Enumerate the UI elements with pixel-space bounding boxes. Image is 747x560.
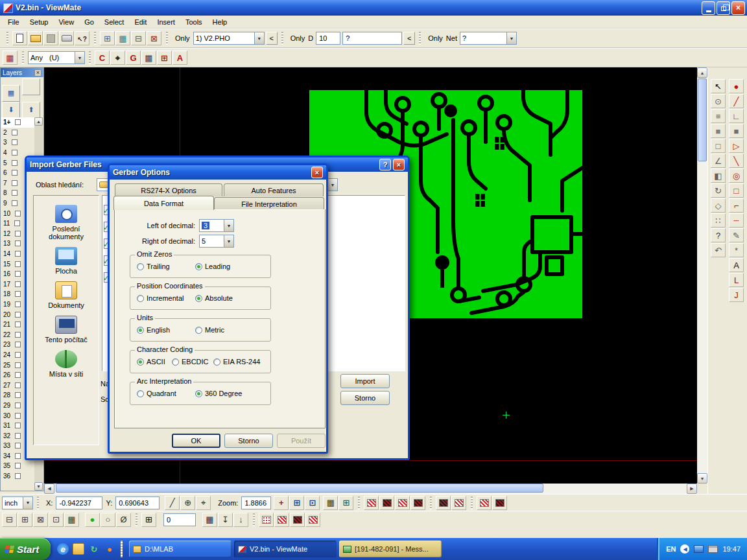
ie-quicklaunch-icon[interactable]: e [57,543,69,555]
layer-visibility-checkbox[interactable] [15,372,21,378]
radio-360-degree[interactable]: 360 Degree [195,390,243,397]
fill-pattern-icon[interactable] [274,513,289,527]
place-my-computer[interactable]: Tento počítač [36,316,96,344]
layer-visibility-checkbox[interactable] [12,130,18,135]
step-repeat-icon[interactable]: ∷ [711,213,726,228]
layer-visibility-checkbox[interactable] [12,180,18,186]
browser-quicklaunch-icon[interactable]: ● [104,543,115,555]
save-icon[interactable] [43,31,58,45]
layer-move-down-button[interactable]: ⬇ [2,102,20,119]
folder-quicklaunch-icon[interactable] [73,543,84,555]
radio-trailing[interactable]: Trailing [137,262,170,270]
help-icon[interactable]: ? [379,159,391,170]
menu-item[interactable]: Edit [129,17,152,27]
circle-tool-icon[interactable]: ◎ [729,169,744,183]
menu-item[interactable]: Setup [25,17,54,27]
place-network[interactable]: Místa v síti [36,350,96,378]
prev-layer-button[interactable]: < [266,32,278,45]
circle-probe-icon[interactable]: ○ [101,513,115,527]
chevron-down-icon[interactable]: ▼ [224,220,233,231]
prev-dcode-button[interactable]: < [403,32,415,45]
scroll-up-icon[interactable]: ▲ [697,67,707,78]
layer-table-button[interactable]: ▦ [2,85,20,102]
print-icon[interactable] [59,31,74,45]
toolbar-grip[interactable] [22,51,24,64]
chevron-down-icon[interactable]: ▼ [506,32,516,44]
layer-visibility-checkbox[interactable] [15,332,21,338]
scale-icon[interactable]: ◇ [711,198,726,213]
datum-icon[interactable]: ⌖ [196,496,211,510]
layer-row[interactable]: 36 [1,471,35,482]
units-combo[interactable]: inch ▼ [2,496,33,509]
net-combo[interactable]: ? ▼ [460,32,517,45]
text-a-tool-icon[interactable]: A [729,258,744,272]
close-icon[interactable]: × [34,69,42,76]
anchor-icon[interactable]: ↧ [218,513,233,527]
fill-pattern-icon[interactable] [305,513,320,527]
ok-button[interactable]: OK [172,434,220,448]
horizontal-scrollbar[interactable]: ◀ ▶ [44,484,697,494]
tab-auto-features[interactable]: Auto Features [224,183,324,196]
sketch-tool-icon[interactable]: ✎ [729,228,744,242]
radio-ascii[interactable]: ASCII [137,358,165,366]
undo-icon[interactable]: ↶ [711,243,726,257]
keyboard-tray-icon[interactable] [708,545,718,553]
cancel-button[interactable]: Storno [340,391,390,405]
close-icon[interactable]: × [393,159,405,170]
layer-blank-button[interactable] [22,78,40,95]
layer-stack-icon[interactable]: ≡ [711,109,726,123]
chevron-down-icon[interactable]: ▼ [254,32,264,44]
toolbar-grip[interactable] [37,496,39,509]
layer-row[interactable]: 1+ [1,117,35,128]
chevron-down-icon[interactable]: ▼ [224,235,233,247]
fill-pattern-icon[interactable] [259,513,274,527]
rotate-icon[interactable]: ↻ [711,183,726,198]
menu-item[interactable]: View [53,17,79,27]
layer-visibility-checkbox[interactable] [15,402,21,408]
layer-visibility-checkbox[interactable] [15,413,21,419]
query-icon[interactable]: ? [711,228,726,242]
radio-absolute[interactable]: Absolute [195,294,233,302]
layer-visibility-checkbox[interactable] [15,301,21,307]
radio-incremental[interactable]: Incremental [137,294,184,302]
layer-visibility-checkbox[interactable] [15,240,21,246]
toolbar-grip[interactable] [94,32,96,45]
radio-english[interactable]: English [137,326,170,334]
apply-button[interactable]: Použít [277,434,326,448]
toolbar-grip[interactable] [358,496,360,509]
dcode-pattern-icon[interactable] [492,496,507,510]
cancel-button[interactable]: Storno [224,434,273,448]
dashed-line-tool-icon[interactable]: ┄ [729,213,744,228]
layer-visibility-checkbox[interactable] [15,211,21,216]
tab-data-format[interactable]: Data Format [113,196,214,210]
left-of-decimal-combo[interactable]: 3 ▼ [199,219,234,232]
highlight-icon[interactable]: ⊙ [711,94,726,108]
toolbar-grip[interactable] [419,32,421,45]
highlight-dcode-icon[interactable]: ⊠ [147,31,161,45]
layer-visibility-checkbox[interactable] [12,160,18,166]
dcode-pattern-icon[interactable] [410,496,425,510]
dialog-titlebar[interactable]: Gerber Options × [110,165,326,180]
toolbar-grip[interactable] [471,496,473,509]
radio-eia-rs244[interactable]: EIA RS-244 [213,358,260,366]
array-icon[interactable]: ▦ [64,513,79,527]
zoom-fit-icon[interactable]: ⊡ [305,496,320,510]
step-right-icon[interactable]: ⊞ [18,513,32,527]
dcode-pattern-icon[interactable] [436,496,451,510]
net-select-icon[interactable]: ⊞ [157,51,172,65]
layer-row[interactable]: 35 [1,461,35,471]
refresh-quicklaunch-icon[interactable]: ↻ [88,543,100,555]
crosshair-select-icon[interactable]: ⌖ [110,51,125,65]
layer-visibility-checkbox[interactable] [15,362,21,368]
text-j-tool-icon[interactable]: J [729,288,744,302]
layer-visibility-checkbox[interactable] [15,453,21,459]
restore-button[interactable] [717,1,730,15]
polyline-tool-icon[interactable]: ∟ [729,109,744,123]
layer-visibility-checkbox[interactable] [12,170,18,176]
fill-mode-icon[interactable]: ■ [711,124,726,138]
drop-marker-icon[interactable]: ↓ [233,513,248,527]
context-help-icon[interactable] [75,31,89,45]
layer-visibility-checkbox[interactable] [15,342,21,347]
slant-line-tool-icon[interactable]: ╲ [729,154,744,168]
dcode-pattern-icon[interactable] [451,496,466,510]
